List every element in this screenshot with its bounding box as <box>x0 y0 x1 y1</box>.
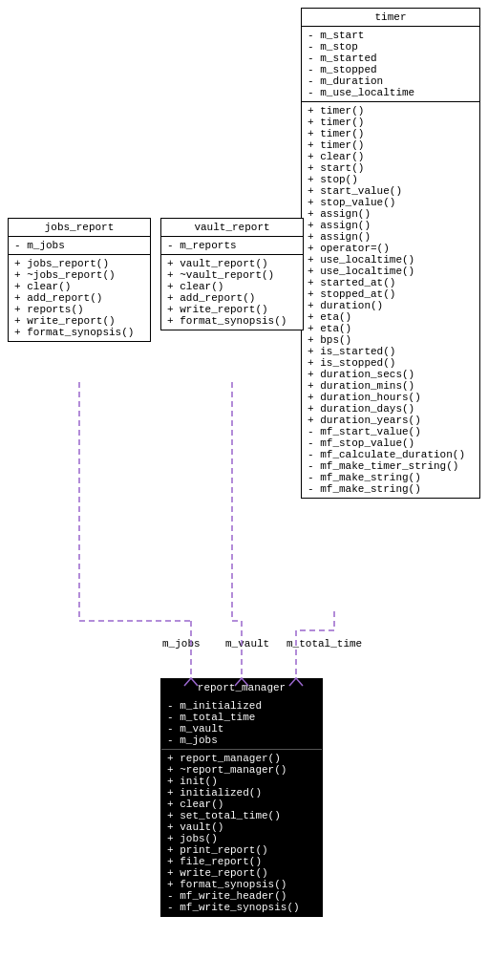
timer-attr-0: - m_start <box>308 30 474 41</box>
timer-m-8: + stop_value() <box>308 197 474 208</box>
jobs-report-m-2: + clear() <box>14 281 144 292</box>
timer-m-6: + stop() <box>308 174 474 185</box>
vault-report-m-0: + vault_report() <box>167 258 297 269</box>
timer-m-33: - mf_make_string() <box>308 483 474 495</box>
diagram-container: timer - m_start - m_stop - m_started - m… <box>0 0 488 980</box>
timer-title: timer <box>374 11 406 23</box>
timer-m-4: + clear() <box>308 151 474 162</box>
rm-m-5: + set_total_time() <box>167 810 316 821</box>
label-m-jobs: m_jobs <box>162 638 201 650</box>
timer-m-26: + duration_days() <box>308 403 474 415</box>
vault-report-m-3: + add_report() <box>167 292 297 304</box>
timer-m-25: + duration_hours() <box>308 392 474 403</box>
timer-m-12: + operator=() <box>308 243 474 254</box>
timer-m-11: + assign() <box>308 231 474 243</box>
timer-m-13: + use_localtime() <box>308 254 474 266</box>
jobs-report-m-6: + format_synopsis() <box>14 327 144 338</box>
rm-m-4: + clear() <box>167 799 316 810</box>
report-manager-attributes: - m_initialized - m_total_time - m_vault… <box>161 697 322 750</box>
timer-attr-2: - m_started <box>308 53 474 64</box>
timer-m-7: + start_value() <box>308 185 474 197</box>
timer-m-30: - mf_calculate_duration() <box>308 449 474 460</box>
timer-m-1: + timer() <box>308 117 474 128</box>
jobs-report-box: jobs_report - m_jobs + jobs_report() + ~… <box>8 218 151 342</box>
rm-m-3: + initialized() <box>167 787 316 799</box>
timer-m-3: + timer() <box>308 139 474 151</box>
timer-m-5: + start() <box>308 162 474 174</box>
vault-report-header: vault_report <box>161 219 303 237</box>
timer-m-10: + assign() <box>308 220 474 231</box>
rm-m-1: + ~report_manager() <box>167 764 316 776</box>
jobs-report-m-5: + write_report() <box>14 315 144 327</box>
timer-attr-5: - m_use_localtime <box>308 87 474 98</box>
rm-m-9: + file_report() <box>167 856 316 867</box>
timer-methods: + timer() + timer() + timer() + timer() … <box>302 102 479 498</box>
rm-m-12: - mf_write_header() <box>167 890 316 902</box>
jobs-report-m-0: + jobs_report() <box>14 258 144 269</box>
rm-m-10: + write_report() <box>167 867 316 879</box>
vault-report-attr-0: - m_reports <box>167 240 297 251</box>
vault-report-methods: + vault_report() + ~vault_report() + cle… <box>161 255 303 330</box>
rm-m-11: + format_synopsis() <box>167 879 316 890</box>
jobs-report-header: jobs_report <box>9 219 150 237</box>
jobs-report-m-4: + reports() <box>14 304 144 315</box>
timer-attr-4: - m_duration <box>308 75 474 87</box>
timer-m-15: + started_at() <box>308 277 474 288</box>
label-m-vault: m_vault <box>225 638 269 650</box>
timer-m-17: + duration() <box>308 300 474 311</box>
jobs-report-attr-0: - m_jobs <box>14 240 144 251</box>
timer-attributes: - m_start - m_stop - m_started - m_stopp… <box>302 27 479 102</box>
rm-m-2: + init() <box>167 776 316 787</box>
label-m-total-time: m_total_time <box>286 638 362 650</box>
timer-m-16: + stopped_at() <box>308 288 474 300</box>
jobs-report-attributes: - m_jobs <box>9 237 150 255</box>
rm-attr-0: - m_initialized <box>167 700 316 712</box>
vault-report-m-5: + format_synopsis() <box>167 315 297 327</box>
timer-m-22: + is_stopped() <box>308 357 474 369</box>
timer-m-31: - mf_make_timer_string() <box>308 460 474 472</box>
vault-report-title: vault_report <box>194 222 269 233</box>
jobs-report-m-1: + ~jobs_report() <box>14 269 144 281</box>
timer-m-27: + duration_years() <box>308 415 474 426</box>
jobs-report-m-3: + add_report() <box>14 292 144 304</box>
timer-m-20: + bps() <box>308 334 474 346</box>
timer-m-32: - mf_make_string() <box>308 472 474 483</box>
jobs-report-methods: + jobs_report() + ~jobs_report() + clear… <box>9 255 150 341</box>
timer-m-9: + assign() <box>308 208 474 220</box>
rm-m-0: + report_manager() <box>167 753 316 764</box>
rm-attr-2: - m_vault <box>167 723 316 735</box>
rm-m-13: - mf_write_synopsis() <box>167 902 316 913</box>
vault-report-m-2: + clear() <box>167 281 297 292</box>
report-manager-box: report_manager - m_initialized - m_total… <box>160 678 323 917</box>
timer-box: timer - m_start - m_stop - m_started - m… <box>301 8 480 499</box>
timer-m-0: + timer() <box>308 105 474 117</box>
rm-attr-1: - m_total_time <box>167 712 316 723</box>
rm-attr-3: - m_jobs <box>167 735 316 746</box>
timer-m-29: - mf_stop_value() <box>308 437 474 449</box>
timer-m-28: - mf_start_value() <box>308 426 474 437</box>
timer-m-14: + use_localtime() <box>308 266 474 277</box>
rm-m-6: + vault() <box>167 821 316 833</box>
report-manager-methods: + report_manager() + ~report_manager() +… <box>161 750 322 916</box>
rm-m-8: + print_report() <box>167 844 316 856</box>
vault-report-m-4: + write_report() <box>167 304 297 315</box>
vault-report-attributes: - m_reports <box>161 237 303 255</box>
timer-m-21: + is_started() <box>308 346 474 357</box>
jobs-report-title: jobs_report <box>45 222 115 233</box>
timer-header: timer <box>302 9 479 27</box>
timer-attr-3: - m_stopped <box>308 64 474 75</box>
timer-m-18: + eta() <box>308 311 474 323</box>
rm-m-7: + jobs() <box>167 833 316 844</box>
timer-m-2: + timer() <box>308 128 474 139</box>
report-manager-header: report_manager <box>161 679 322 697</box>
report-manager-title: report_manager <box>198 682 286 693</box>
timer-m-24: + duration_mins() <box>308 380 474 392</box>
timer-m-19: + eta() <box>308 323 474 334</box>
vault-report-m-1: + ~vault_report() <box>167 269 297 281</box>
timer-attr-1: - m_stop <box>308 41 474 53</box>
timer-m-23: + duration_secs() <box>308 369 474 380</box>
vault-report-box: vault_report - m_reports + vault_report(… <box>160 218 304 330</box>
